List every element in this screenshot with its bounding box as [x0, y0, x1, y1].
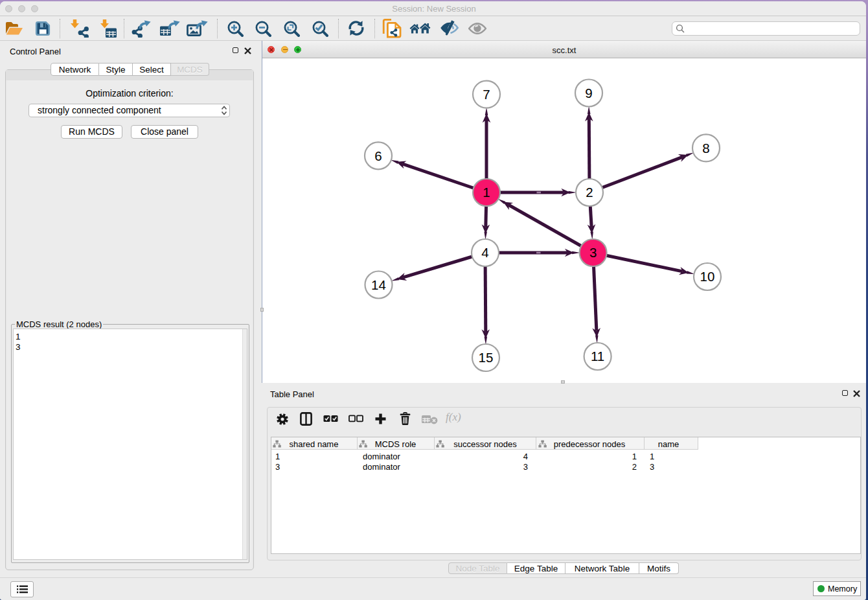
svg-text:11: 11 — [591, 349, 604, 363]
svg-text:10: 10 — [700, 269, 715, 284]
svg-text:6: 6 — [374, 148, 382, 163]
svg-text:3: 3 — [589, 245, 597, 260]
svg-text:2: 2 — [586, 185, 593, 200]
svg-text:15: 15 — [479, 350, 494, 365]
svg-text:9: 9 — [585, 86, 592, 100]
svg-text:7: 7 — [483, 87, 490, 102]
svg-text:4: 4 — [481, 245, 488, 260]
svg-text:14: 14 — [371, 277, 386, 292]
svg-text:1: 1 — [483, 185, 490, 200]
svg-text:8: 8 — [702, 141, 709, 156]
